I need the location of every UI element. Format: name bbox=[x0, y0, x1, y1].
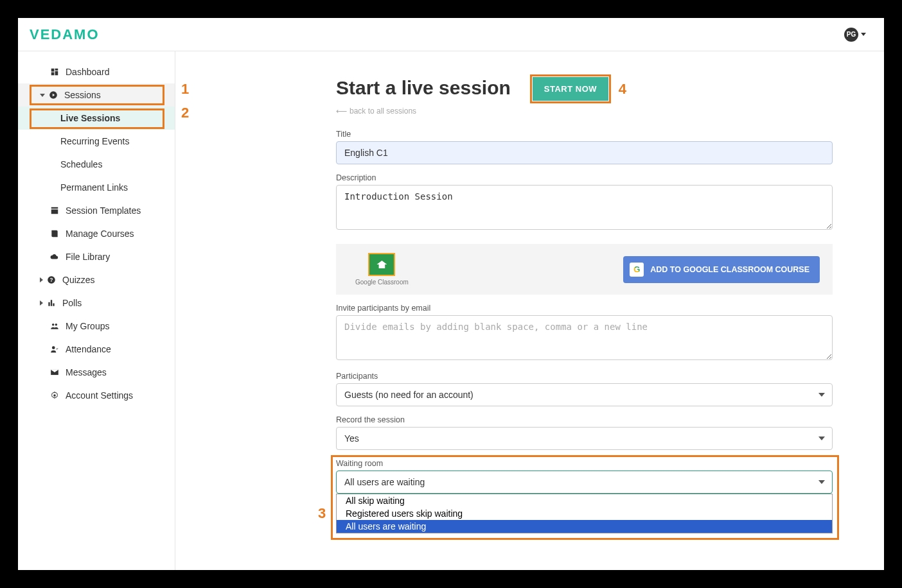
sidebar-item-label: Polls bbox=[62, 298, 82, 308]
help-icon: ? bbox=[47, 275, 56, 284]
logo: VEDAMO bbox=[30, 26, 100, 43]
sidebar-item-label: Messages bbox=[66, 367, 107, 377]
callout-number-2: 2 bbox=[181, 105, 189, 121]
gear-icon bbox=[50, 391, 59, 400]
sidebar-item-sessions[interactable]: Sessions bbox=[18, 83, 175, 107]
svg-point-5 bbox=[52, 346, 55, 349]
participants-select[interactable]: Guests (no need for an account) bbox=[336, 383, 833, 406]
title-input[interactable] bbox=[336, 141, 833, 164]
user-menu[interactable]: PG bbox=[844, 28, 866, 42]
waiting-option-all-waiting[interactable]: All users are waiting bbox=[337, 520, 832, 533]
svg-text:?: ? bbox=[50, 277, 53, 283]
bar-chart-icon bbox=[47, 298, 56, 307]
sidebar-item-label: My Groups bbox=[66, 321, 109, 331]
avatar: PG bbox=[844, 28, 858, 42]
sidebar-item-quizzes[interactable]: ? Quizzes bbox=[18, 268, 175, 291]
waiting-room-label: Waiting room bbox=[336, 459, 833, 468]
google-classroom-panel: Google Classroom G ADD TO GOOGLE CLASSRO… bbox=[336, 244, 833, 295]
users-icon bbox=[50, 322, 59, 331]
sidebar-item-dashboard[interactable]: Dashboard bbox=[18, 60, 175, 83]
waiting-option-registered-skip[interactable]: Registered users skip waiting bbox=[337, 507, 832, 520]
google-classroom-icon bbox=[368, 253, 395, 276]
cloud-icon bbox=[50, 252, 59, 261]
back-link-label: back to all sessions bbox=[349, 107, 416, 116]
waiting-room-select[interactable]: All users are waiting bbox=[336, 471, 833, 494]
google-classroom-caption: Google Classroom bbox=[355, 279, 409, 286]
sidebar-item-session-templates[interactable]: Session Templates bbox=[18, 199, 175, 222]
title-label: Title bbox=[336, 130, 833, 139]
sidebar-item-my-groups[interactable]: My Groups bbox=[18, 315, 175, 338]
callout-number-1: 1 bbox=[181, 81, 189, 98]
chevron-right-icon bbox=[40, 300, 43, 306]
sidebar-item-polls[interactable]: Polls bbox=[18, 291, 175, 315]
play-circle-icon bbox=[49, 91, 58, 99]
back-link[interactable]: ⟵ back to all sessions bbox=[336, 107, 416, 116]
record-select[interactable]: Yes bbox=[336, 427, 833, 450]
template-icon bbox=[50, 206, 59, 215]
description-input[interactable]: Introduction Session bbox=[336, 185, 833, 230]
sidebar-item-label: Recurring Events bbox=[60, 136, 129, 146]
start-now-button[interactable]: START NOW bbox=[533, 77, 608, 101]
sidebar-item-label: Permanent Links bbox=[60, 182, 128, 193]
sidebar-item-attendance[interactable]: Attendance bbox=[18, 338, 175, 361]
arrow-left-icon: ⟵ bbox=[336, 107, 347, 116]
sidebar-item-label: File Library bbox=[66, 252, 110, 262]
waiting-room-options: All skip waiting Registered users skip w… bbox=[336, 494, 833, 533]
chevron-down-icon bbox=[40, 94, 45, 97]
sidebar-item-account-settings[interactable]: Account Settings bbox=[18, 384, 175, 407]
sidebar-item-manage-courses[interactable]: Manage Courses bbox=[18, 222, 175, 245]
user-check-icon bbox=[50, 345, 59, 354]
sidebar-item-label: Session Templates bbox=[66, 205, 141, 216]
sidebar-item-label: Dashboard bbox=[66, 67, 110, 77]
sidebar: Dashboard Sessions Live Sessions Recurri… bbox=[18, 51, 175, 570]
sidebar-item-schedules[interactable]: Schedules bbox=[18, 153, 175, 176]
sidebar-item-label: Live Sessions bbox=[60, 113, 120, 123]
sidebar-item-file-library[interactable]: File Library bbox=[18, 245, 175, 268]
svg-point-3 bbox=[52, 324, 55, 326]
invite-input[interactable] bbox=[336, 315, 833, 360]
callout-number-4: 4 bbox=[619, 81, 626, 98]
callout-number-3: 3 bbox=[318, 505, 326, 522]
sidebar-item-permanent-links[interactable]: Permanent Links bbox=[18, 176, 175, 199]
svg-point-6 bbox=[53, 394, 56, 397]
dashboard-icon bbox=[50, 67, 59, 76]
svg-point-4 bbox=[55, 324, 58, 326]
add-google-classroom-label: ADD TO GOOGLE CLASSROOM COURSE bbox=[650, 265, 809, 274]
caret-down-icon bbox=[861, 33, 866, 36]
google-g-icon: G bbox=[630, 263, 644, 277]
participants-label: Participants bbox=[336, 372, 833, 381]
sidebar-item-label: Manage Courses bbox=[66, 229, 134, 239]
book-icon bbox=[50, 229, 59, 238]
sidebar-item-label: Quizzes bbox=[62, 275, 95, 285]
chevron-right-icon bbox=[40, 277, 43, 282]
sidebar-item-recurring-events[interactable]: Recurring Events bbox=[18, 130, 175, 153]
invite-label: Invite participants by email bbox=[336, 304, 833, 313]
sidebar-item-label: Sessions bbox=[64, 90, 101, 100]
page-title: Start a live session bbox=[336, 77, 511, 99]
main-content: Start a live session START NOW 4 ⟵ back … bbox=[175, 51, 884, 570]
description-label: Description bbox=[336, 173, 833, 182]
record-label: Record the session bbox=[336, 415, 833, 424]
add-google-classroom-button[interactable]: G ADD TO GOOGLE CLASSROOM COURSE bbox=[623, 256, 820, 283]
sidebar-item-label: Account Settings bbox=[66, 390, 133, 401]
waiting-option-all-skip[interactable]: All skip waiting bbox=[337, 494, 832, 507]
sidebar-item-messages[interactable]: Messages bbox=[18, 361, 175, 384]
sidebar-item-label: Attendance bbox=[66, 344, 111, 354]
envelope-icon bbox=[50, 368, 59, 377]
sidebar-item-label: Schedules bbox=[60, 159, 102, 169]
sidebar-item-live-sessions[interactable]: Live Sessions bbox=[18, 107, 175, 130]
